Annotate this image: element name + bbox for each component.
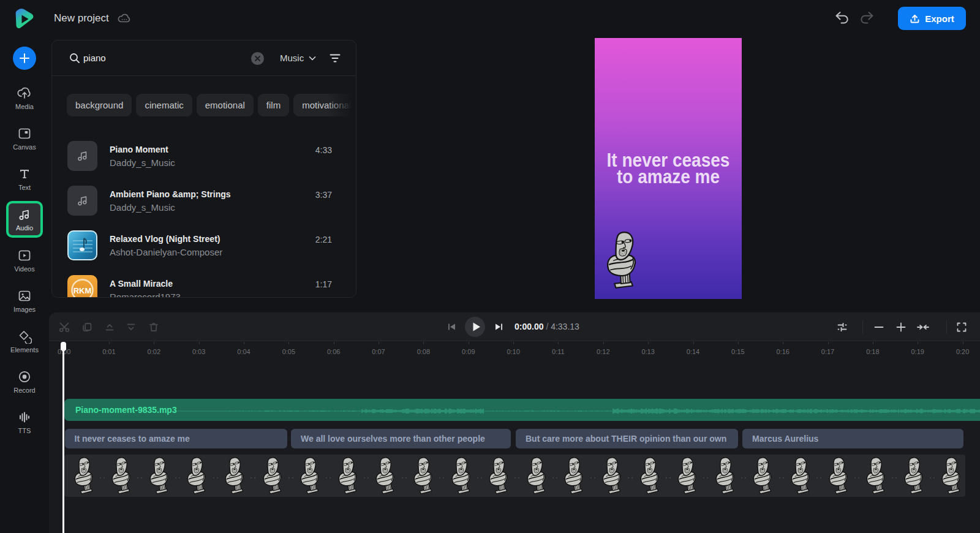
svg-text:RKM: RKM bbox=[74, 286, 92, 295]
